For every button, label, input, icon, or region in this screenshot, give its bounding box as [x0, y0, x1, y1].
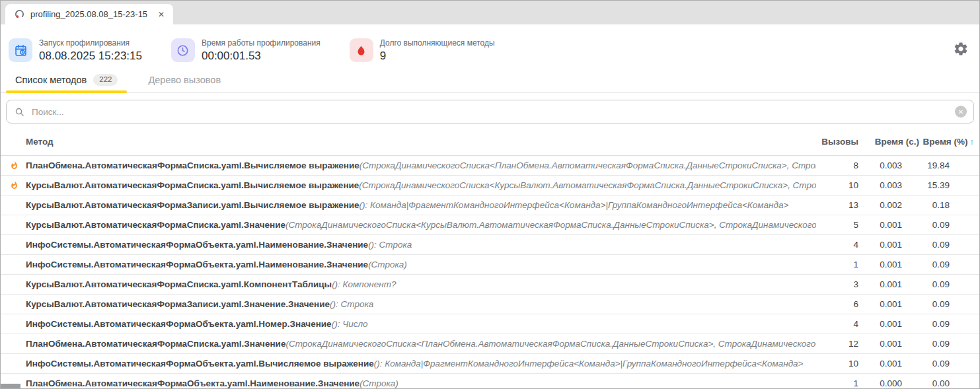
search-bar[interactable]: ✕ [6, 100, 974, 124]
stats-row: Запуск профилирования 08.08.2025 15:23:1… [1, 24, 979, 67]
method-signature: (Строка) [368, 260, 407, 269]
hot-flame-icon [10, 160, 26, 170]
method-count-badge: 222 [93, 74, 118, 86]
method-signature: (СтрокаДинамическогоСписка<ПланОбмена.Ав… [285, 339, 816, 349]
hot-flame-icon [10, 180, 26, 190]
time-percent-value: 19.84 [919, 160, 974, 170]
method-signature: (): Команда|ФрагментКомандногоИнтерфейса… [359, 200, 789, 210]
method-name: ИнфоСистемы.АвтоматическаяФормаОбъекта.y… [26, 260, 368, 269]
method-signature: (): Строка [368, 240, 412, 250]
table-row[interactable]: КурсыВалют.АвтоматическаяФормаСписка.yam… [1, 275, 979, 295]
table-row[interactable]: КурсыВалют.АвтоматическаяФормаЗаписи.yam… [1, 295, 979, 314]
method-signature: (): Число [332, 319, 368, 329]
scrollbar-fragment [1, 384, 20, 388]
stat-profiling-start: Запуск профилирования 08.08.2025 15:23:1… [9, 38, 142, 63]
table-row[interactable]: ИнфоСистемы.АвтоматическаяФормаОбъекта.y… [1, 354, 979, 374]
method-name: ПланОбмена.АвтоматическаяФормаСписка.yam… [26, 160, 359, 170]
time-percent-value: 0.09 [919, 279, 974, 289]
time-seconds-value: 0.001 [858, 240, 919, 250]
calls-value: 13 [816, 200, 858, 210]
time-percent-value: 0.09 [919, 260, 974, 269]
stat-value: 08.08.2025 15:23:15 [39, 50, 142, 63]
methods-table: Метод Вызовы Время (с.) Время (%) ↑ План… [1, 127, 979, 389]
profiler-window: profiling_2025.08.08_15-23-15 ✕ Запуск п… [0, 0, 980, 389]
table-row[interactable]: ПланОбмена.АвтоматическаяФормаСписка.yam… [1, 334, 979, 354]
table-row[interactable]: ИнфоСистемы.АвтоматическаяФормаОбъекта.y… [1, 255, 979, 275]
calls-value: 10 [816, 359, 858, 369]
calls-value: 4 [816, 240, 858, 250]
document-tab-title: profiling_2025.08.08_15-23-15 [30, 9, 147, 19]
time-seconds-value: 0.003 [858, 160, 919, 170]
time-percent-value: 0.18 [919, 200, 974, 210]
time-seconds-value: 0.000 [858, 378, 919, 388]
calls-value: 1 [816, 378, 858, 388]
method-name: ИнфоСистемы.АвтоматическаяФормаОбъекта.y… [26, 319, 332, 329]
time-percent-value: 0.09 [919, 359, 974, 369]
method-name: КурсыВалют.АвтоматическаяФормаСписка.yam… [26, 180, 359, 190]
sort-ascending-icon: ↑ [970, 137, 975, 147]
document-tab[interactable]: profiling_2025.08.08_15-23-15 ✕ [5, 4, 173, 24]
time-seconds-value: 0.001 [858, 319, 919, 329]
table-row[interactable]: ИнфоСистемы.АвтоматическаяФормаОбъекта.y… [1, 314, 979, 334]
time-percent-value: 0.09 [919, 240, 974, 250]
stat-value: 00:00:01.53 [202, 50, 320, 63]
search-clear-icon[interactable]: ✕ [955, 106, 967, 118]
calls-value: 5 [816, 220, 858, 230]
method-name: КурсыВалют.АвтоматическаяФормаСписка.yam… [26, 220, 285, 230]
calls-value: 1 [816, 260, 858, 269]
table-row[interactable]: ПланОбмена.АвтоматическаяФормаОбъекта.ya… [1, 374, 979, 389]
tab-close-icon[interactable]: ✕ [158, 10, 165, 19]
method-name: КурсыВалют.АвтоматическаяФормаЗаписи.yam… [26, 200, 359, 210]
table-row[interactable]: КурсыВалют.АвтоматическаяФормаСписка.yam… [1, 215, 979, 235]
stat-label: Запуск профилирования [39, 38, 142, 48]
time-seconds-value: 0.001 [858, 359, 919, 369]
table-row[interactable]: ПланОбмена.АвтоматическаяФормаСписка.yam… [1, 156, 979, 176]
calls-value: 3 [816, 279, 858, 289]
stat-label: Время работы профилирования [202, 38, 320, 48]
column-header-time-s[interactable]: Время (с.) [858, 137, 919, 147]
table-row[interactable]: КурсыВалют.АвтоматическаяФормаЗаписи.yam… [1, 195, 979, 215]
time-percent-value: 0.09 [919, 319, 974, 329]
method-signature: (СтрокаДинамическогоСписка<КурсыВалют.Ав… [285, 220, 816, 230]
settings-gear-icon[interactable] [953, 41, 969, 57]
table-header: Метод Вызовы Время (с.) Время (%) ↑ [1, 127, 979, 156]
calls-value: 10 [816, 180, 858, 190]
tab-label: Список методов [15, 75, 87, 85]
column-header-calls[interactable]: Вызовы [816, 137, 858, 147]
stat-long-methods: Долго выполняющиеся методы 9 [350, 38, 495, 63]
stat-profiling-duration: Время работы профилирования 00:00:01.53 [171, 38, 320, 63]
calendar-clock-icon [9, 38, 32, 62]
stat-value: 9 [380, 50, 495, 63]
method-name: ПланОбмена.АвтоматическаяФормаОбъекта.ya… [26, 378, 359, 388]
calls-value: 4 [816, 319, 858, 329]
time-seconds-value: 0.001 [858, 339, 919, 349]
flame-icon [350, 38, 373, 62]
time-percent-value: 15.39 [919, 180, 974, 190]
search-input[interactable] [30, 106, 949, 118]
method-signature: (СтрокаДинамическогоСписка<КурсыВалют.Ав… [359, 180, 816, 190]
tab-method-list[interactable]: Список методов 222 [6, 67, 127, 92]
method-name: КурсыВалют.АвтоматическаяФормаЗаписи.yam… [26, 299, 330, 309]
column-header-time-pct[interactable]: Время (%) ↑ [919, 137, 974, 147]
calls-value: 8 [816, 160, 858, 170]
method-signature: (СтрокаДинамическогоСписка<ПланОбмена.Ав… [359, 160, 816, 170]
method-name: КурсыВалют.АвтоматическаяФормаСписка.yam… [26, 279, 332, 289]
time-percent-value: 0.09 [919, 299, 974, 309]
table-row[interactable]: ИнфоСистемы.АвтоматическаяФормаОбъекта.y… [1, 235, 979, 255]
tab-label: Дерево вызовов [148, 75, 221, 85]
gauge-icon [14, 9, 25, 20]
calls-value: 6 [816, 299, 858, 309]
time-percent-value: 0.09 [919, 220, 974, 230]
clock-icon [171, 38, 195, 62]
method-name: ПланОбмена.АвтоматическаяФормаСписка.yam… [26, 339, 285, 349]
table-row[interactable]: КурсыВалют.АвтоматическаяФормаСписка.yam… [1, 176, 979, 195]
method-signature: (Строка) [359, 378, 398, 388]
method-signature: (): Компонент? [332, 279, 396, 289]
tab-call-tree[interactable]: Дерево вызовов [139, 67, 230, 92]
column-header-method[interactable]: Метод [1, 137, 816, 147]
time-seconds-value: 0.001 [858, 260, 919, 269]
table-body: ПланОбмена.АвтоматическаяФормаСписка.yam… [1, 156, 979, 389]
method-signature: (): Команда|ФрагментКомандногоИнтерфейса… [374, 359, 804, 369]
view-tabs: Список методов 222 Дерево вызовов [1, 67, 979, 93]
time-percent-value: 0.09 [919, 339, 974, 349]
